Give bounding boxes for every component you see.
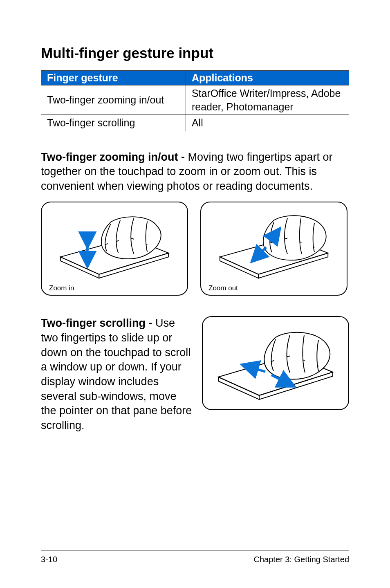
figure-caption: Zoom in	[49, 284, 180, 292]
svg-marker-10	[218, 377, 259, 399]
page-number: 3-10	[41, 555, 57, 564]
figure-scroll	[202, 316, 349, 410]
svg-marker-5	[220, 257, 258, 278]
zoom-out-illustration	[208, 208, 339, 283]
page-footer: 3-10 Chapter 3: Getting Started	[41, 550, 349, 564]
section-heading: Multi-finger gesture input	[41, 45, 349, 61]
paragraph-zoom-title: Two-finger zooming in/out -	[41, 151, 188, 163]
table-row: Two-finger zooming in/out StarOffice Wri…	[41, 85, 349, 115]
svg-marker-1	[61, 257, 99, 278]
chapter-label: Chapter 3: Getting Started	[254, 555, 349, 564]
paragraph-zoom: Two-finger zooming in/out - Moving two f…	[41, 150, 349, 194]
cell-apps: All	[186, 115, 349, 131]
figure-zoom-out: Zoom out	[200, 202, 347, 296]
figure-caption: Zoom out	[208, 284, 339, 292]
paragraph-scroll-title: Two-finger scrolling -	[41, 317, 155, 329]
svg-line-12	[249, 367, 265, 372]
scroll-illustration	[210, 323, 341, 407]
table-header-gesture: Finger gesture	[41, 71, 186, 85]
cell-gesture: Two-finger scrolling	[41, 115, 186, 131]
gesture-table: Finger gesture Applications Two-finger z…	[41, 70, 349, 131]
figure-zoom-in: Zoom in	[41, 202, 188, 296]
cell-gesture: Two-finger zooming in/out	[41, 85, 186, 115]
table-row: Two-finger scrolling All	[41, 115, 349, 131]
zoom-in-illustration	[49, 208, 180, 283]
paragraph-scroll: Two-finger scrolling - Use two fingertip…	[41, 316, 192, 433]
cell-apps: StarOffice Writer/Impress, Adobe reader,…	[186, 85, 349, 115]
table-header-apps: Applications	[186, 71, 349, 85]
svg-line-7	[257, 247, 267, 257]
paragraph-scroll-body: Use two fingertips to slide up or down o…	[41, 317, 192, 431]
